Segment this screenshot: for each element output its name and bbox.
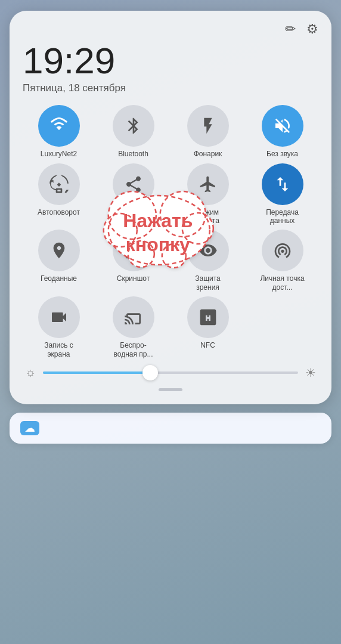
huawei-share-button[interactable] <box>113 163 154 205</box>
date-display: Пятница, 18 сентября <box>23 82 318 94</box>
nfc-icon <box>199 308 218 327</box>
wireless-project-button[interactable] <box>113 296 154 338</box>
brightness-control: ☼ ☀ <box>23 366 318 380</box>
bluetooth-button[interactable] <box>113 105 154 147</box>
top-icons-row: ✏ ⚙ <box>23 21 318 37</box>
tile-geodata[interactable]: Геоданные <box>23 230 95 292</box>
data-transfer-button[interactable] <box>262 163 303 205</box>
screenshot-label: Скриншот <box>117 274 150 283</box>
screenshot-icon <box>124 241 143 260</box>
tile-data-transfer[interactable]: Передача данных <box>246 163 318 225</box>
geodata-button[interactable] <box>38 230 80 271</box>
settings-icon[interactable]: ⚙ <box>306 21 318 37</box>
rotation-icon <box>49 175 69 194</box>
hotspot-icon <box>273 241 292 260</box>
huawei-share-icon <box>124 175 143 194</box>
brightness-low-icon: ☼ <box>25 366 36 379</box>
huawei-share-label: Huawei Share <box>111 208 156 216</box>
quick-settings-grid: LuxuryNet2 Bluetooth <box>23 105 318 358</box>
tile-screenshot[interactable]: Скриншот <box>97 230 169 292</box>
tile-wireless-project[interactable]: Беспро-водная пр... <box>97 296 169 358</box>
flashlight-label: Фонарик <box>194 150 222 158</box>
flashlight-icon <box>199 116 218 135</box>
flashlight-button[interactable] <box>187 105 229 147</box>
wireless-project-icon <box>124 308 143 327</box>
drag-handle[interactable] <box>159 388 182 391</box>
nfc-button[interactable] <box>187 296 229 338</box>
geodata-icon <box>49 241 69 260</box>
brightness-thumb[interactable] <box>142 365 158 380</box>
silent-icon <box>273 116 292 135</box>
bottom-bar: ☁ <box>10 413 331 444</box>
tile-flashlight[interactable]: Фонарик <box>172 105 244 158</box>
data-transfer-label: Передача данных <box>259 208 306 225</box>
eye-protect-icon <box>199 241 218 260</box>
wifi-button[interactable] <box>38 105 80 147</box>
silent-label: Без звука <box>266 150 298 158</box>
airplane-button[interactable] <box>187 163 229 205</box>
tile-rotation[interactable]: Автоповорот <box>23 163 95 225</box>
cloud-widget-icon[interactable]: ☁ <box>20 421 39 435</box>
screen-record-label: Запись с экрана <box>36 341 82 358</box>
tile-silent[interactable]: Без звука <box>246 105 318 158</box>
tile-nfc[interactable]: NFC <box>172 296 244 358</box>
eye-protect-label: Защита зрения <box>185 274 231 292</box>
tile-bluetooth[interactable]: Bluetooth <box>97 105 169 158</box>
control-panel: ✏ ⚙ 19:29 Пятница, 18 сентября LuxuryNet… <box>10 11 331 404</box>
hotspot-label: Личная точка дост... <box>259 274 306 292</box>
tile-huawei-share[interactable]: Huawei Share <box>97 163 169 225</box>
nfc-label: NFC <box>200 341 215 349</box>
tile-wifi[interactable]: LuxuryNet2 <box>23 105 95 158</box>
rotation-button[interactable] <box>38 163 80 205</box>
tiles-area: LuxuryNet2 Bluetooth <box>23 105 318 358</box>
geodata-label: Геоданные <box>41 274 77 283</box>
rotation-label: Автоповорот <box>38 208 80 216</box>
tile-hotspot[interactable]: Личная точка дост... <box>246 230 318 292</box>
wifi-icon <box>49 116 69 135</box>
hotspot-button[interactable] <box>262 230 303 271</box>
wifi-label: LuxuryNet2 <box>41 150 77 158</box>
silent-button[interactable] <box>262 105 303 147</box>
brightness-high-icon: ☀ <box>305 366 316 380</box>
airplane-label: Режим полёта <box>185 208 231 225</box>
phone-background: ✏ ⚙ 19:29 Пятница, 18 сентября LuxuryNet… <box>0 0 341 644</box>
edit-icon[interactable]: ✏ <box>285 21 296 37</box>
bluetooth-icon <box>124 116 143 135</box>
tile-screen-record[interactable]: Запись с экрана <box>23 296 95 358</box>
eye-protect-button[interactable] <box>187 230 229 271</box>
screen-record-button[interactable] <box>38 296 80 338</box>
brightness-fill <box>43 371 150 374</box>
screen-record-icon <box>49 308 69 327</box>
tile-eye-protect[interactable]: Защита зрения <box>172 230 244 292</box>
brightness-slider[interactable] <box>43 371 298 374</box>
wireless-project-label: Беспро-водная пр... <box>110 341 157 358</box>
time-display: 19:29 <box>23 41 318 81</box>
screenshot-button[interactable] <box>113 230 154 271</box>
airplane-icon <box>199 175 218 194</box>
bluetooth-label: Bluetooth <box>118 150 148 158</box>
tile-airplane[interactable]: Режим полёта <box>172 163 244 225</box>
data-transfer-icon <box>273 175 292 194</box>
